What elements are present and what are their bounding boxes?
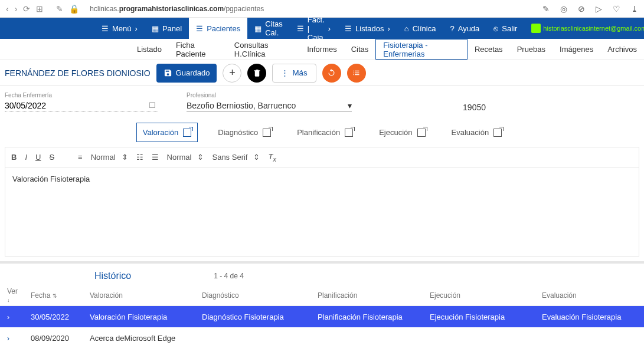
tab-ficha[interactable]: Ficha Paciente (169, 39, 227, 60)
expand-icon[interactable]: › (7, 313, 9, 321)
nav-menu[interactable]: ☰Menú› (94, 18, 145, 39)
clear-format-icon[interactable]: Tx (268, 152, 276, 163)
updown-icon: ⇕ (253, 153, 260, 162)
camera-icon[interactable]: ◎ (560, 4, 567, 14)
col-plan[interactable]: Planificación (318, 291, 430, 300)
list-icon (352, 68, 361, 77)
updown-icon: ⇕ (197, 153, 204, 162)
col-ver[interactable]: Ver (7, 287, 18, 295)
heading-value: Normal (91, 153, 116, 162)
nav-citas[interactable]: ▦Citas Cal. (247, 18, 290, 39)
shield-icon[interactable]: ⊘ (578, 4, 585, 14)
refresh-icon (327, 68, 336, 77)
col-val[interactable]: Valoración (90, 291, 202, 300)
field-fecha: Fecha Enfermería ☐ (5, 92, 158, 112)
tab-pruebas[interactable]: Pruebas (510, 39, 553, 60)
ordered-list-icon[interactable]: ☷ (136, 153, 143, 162)
record-id: 19050 (463, 103, 486, 112)
tab-consultas[interactable]: Consultas H.Clínica (227, 39, 300, 60)
menu-icon: ☰ (102, 24, 109, 33)
cell-val: Valoración Fisioterapia (90, 313, 202, 321)
size-value: Normal (167, 153, 192, 162)
save-label: Guardado (176, 68, 210, 77)
unordered-list-icon[interactable]: ☰ (152, 153, 159, 162)
fecha-input[interactable] (5, 100, 158, 112)
nav-pacientes[interactable]: ☰Pacientes (189, 18, 247, 39)
align-icon[interactable]: ≡ (78, 153, 83, 162)
col-ejec[interactable]: Ejecución (430, 291, 542, 300)
font-select[interactable]: Sans Serif⇕ (212, 153, 260, 162)
tab-ejecucion[interactable]: Ejecución (373, 123, 431, 142)
nav-panel-label: Panel (162, 24, 182, 33)
nav-salir[interactable]: ⎋Salir (486, 18, 524, 39)
tab-archivos[interactable]: Archivos (600, 39, 644, 60)
edit-icon[interactable]: ✎ (542, 4, 550, 14)
delete-button[interactable] (247, 64, 266, 83)
nav-panel[interactable]: ▦Panel (145, 18, 189, 39)
url-path: /pgpacientes (224, 5, 264, 13)
tab-citas[interactable]: Citas (344, 39, 376, 60)
tab-fisio[interactable]: Fisioterapia - Enfermerias (375, 39, 468, 60)
col-eval[interactable]: Evaluación (542, 291, 637, 300)
nav-menu-label: Menú (112, 24, 132, 33)
rich-editor: B I U S ≡ Normal⇕ ☷ ☰ Normal⇕ Sans Serif… (5, 147, 639, 257)
nav-listados[interactable]: ☰Listados› (338, 18, 397, 39)
table-row[interactable]: › 30/05/2022 Valoración Fisioterapia Dia… (0, 306, 644, 327)
table-row[interactable]: › 08/09/2020 Acerca deMicrosoft Edge (0, 327, 644, 349)
prof-select[interactable]: Bezofio Berniostio, Barruenco ▾ (187, 100, 352, 112)
url-bar[interactable]: hclinicas.programahistoriasclinicas.com/… (90, 5, 264, 13)
back-icon[interactable]: ‹ (6, 4, 9, 14)
more-button[interactable]: ⋮Más (272, 64, 316, 83)
tab-imagenes[interactable]: Imágenes (553, 39, 600, 60)
add-button[interactable]: + (223, 64, 241, 83)
nav-clinica[interactable]: ⌂Clínica (397, 18, 443, 39)
more-dots-icon: ⋮ (281, 68, 289, 77)
tab-diagnostico[interactable]: Diagnóstico (212, 123, 277, 142)
editor-body[interactable]: Valoración Fisioterapia (5, 167, 639, 256)
nav-ayuda[interactable]: ?Ayuda (443, 18, 486, 39)
strike-icon[interactable]: S (49, 153, 54, 162)
heading-select[interactable]: Normal⇕ (91, 153, 128, 162)
prof-value: Bezofio Berniostio, Barruenco (187, 101, 296, 110)
apps-icon[interactable]: ⊞ (36, 4, 43, 14)
tab-recetas[interactable]: Recetas (468, 39, 510, 60)
external-icon (493, 129, 502, 137)
external-icon (263, 129, 271, 137)
col-fecha[interactable]: Fecha (31, 291, 50, 300)
tab-diag-label: Diagnóstico (218, 128, 258, 137)
refresh-button[interactable] (322, 64, 341, 83)
trash-icon (253, 68, 261, 77)
nav-listados-label: Listados (355, 24, 384, 33)
underline-icon[interactable]: U (35, 153, 41, 162)
user-email[interactable]: historiasclinicasinternet@gmail.com (531, 18, 644, 39)
chevron-right-icon: › (135, 24, 138, 33)
save-button[interactable]: Guardado (156, 64, 217, 83)
tab-planificacion[interactable]: Planificación (291, 123, 359, 142)
cell-fecha: 08/09/2020 (31, 334, 90, 343)
bold-icon[interactable]: B (11, 153, 17, 162)
list-button[interactable] (347, 64, 366, 83)
tab-ejec-label: Ejecución (379, 128, 412, 137)
expand-icon[interactable]: › (7, 334, 9, 343)
cell-ejec: Ejecución Fisioterapia (430, 313, 542, 321)
nav-citas-label: Citas Cal. (265, 19, 283, 37)
heart-icon[interactable]: ♡ (613, 4, 620, 14)
reload-icon[interactable]: ⟳ (23, 4, 30, 14)
tab-valoracion[interactable]: Valoración (136, 123, 198, 142)
forward-icon[interactable]: › (15, 4, 18, 14)
tab-informes[interactable]: Informes (300, 39, 344, 60)
updown-icon: ⇕ (122, 153, 128, 162)
cart-icon: ☰ (297, 24, 304, 33)
wand-icon[interactable]: ✎ (56, 4, 63, 14)
play-icon[interactable]: ▷ (596, 4, 602, 14)
nav-fact[interactable]: ☰Fact. | Caja› (290, 18, 338, 39)
col-diag[interactable]: Diagnóstico (202, 291, 318, 300)
size-select[interactable]: Normal⇕ (167, 153, 204, 162)
cell-diag: Diagnóstico Fisioterapia (202, 313, 318, 321)
download-icon[interactable]: ⤓ (631, 4, 638, 14)
calendar-icon[interactable]: ☐ (149, 101, 156, 110)
nav-ayuda-label: Ayuda (458, 24, 480, 33)
tab-evaluacion[interactable]: Evaluación (446, 123, 508, 142)
tab-listado[interactable]: Listado (130, 39, 169, 60)
italic-icon[interactable]: I (25, 153, 27, 162)
